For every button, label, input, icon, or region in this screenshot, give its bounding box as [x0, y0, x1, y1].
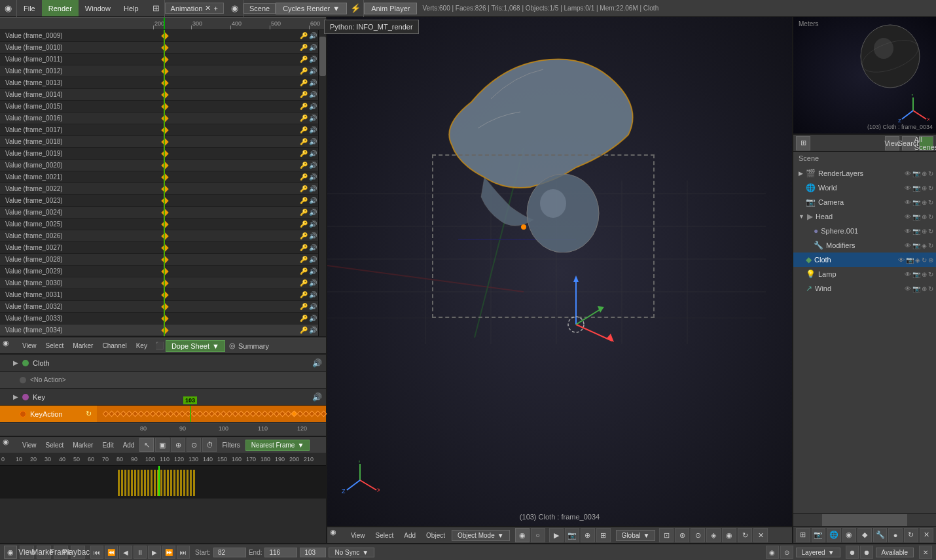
rl-vis-icon[interactable]: 👁: [905, 170, 911, 177]
vp-extra-1[interactable]: ⊡: [659, 528, 674, 542]
ds-select-btn[interactable]: Select: [42, 341, 68, 351]
vp-extra-2[interactable]: ⊛: [675, 528, 689, 542]
vp-solid-icon[interactable]: ◉: [515, 528, 530, 542]
rsib-btn-8[interactable]: ↻: [904, 528, 918, 542]
pb-start-field[interactable]: 82: [213, 548, 246, 557]
wnd-extra-icon2[interactable]: ↻: [928, 285, 933, 292]
sph-extra-icon2[interactable]: ↻: [928, 228, 933, 235]
vp-icon-btn[interactable]: ◉: [330, 528, 344, 542]
engine-icon[interactable]: ◉: [226, 0, 243, 17]
wnd-render-icon[interactable]: 📷: [912, 285, 920, 292]
tracks-scrollbar[interactable]: [318, 30, 326, 336]
pb-rewind-icon[interactable]: ⏮: [90, 546, 103, 559]
ds-channel-btn[interactable]: Channel: [98, 341, 130, 351]
right-scroll-bar[interactable]: [793, 513, 936, 526]
tree-item-sphere001[interactable]: ▶ ● Sphere.001 👁 📷 ⊕ ↻: [793, 224, 936, 238]
pb-playback-btn[interactable]: Playback: [71, 546, 85, 559]
cam-vis-icon[interactable]: 👁: [905, 199, 911, 206]
rsib-btn-9[interactable]: ✕: [920, 528, 934, 542]
pb-sync-dropdown[interactable]: No Sync▼: [329, 548, 374, 557]
mod-extra-icon2[interactable]: ↻: [928, 242, 933, 249]
pb-end-field[interactable]: 116: [264, 548, 297, 557]
cycles-icon[interactable]: ⚡: [347, 0, 364, 17]
tree-item-cloth[interactable]: ▶ ◆ Cloth 👁 📷 ◈ ↻ ⊛: [793, 253, 936, 267]
cam-extra-icon2[interactable]: ↻: [928, 199, 933, 206]
layout-icon[interactable]: ⊞: [148, 0, 165, 17]
cl-extra-icon3[interactable]: ⊛: [928, 256, 933, 264]
menu-window[interactable]: Window: [79, 0, 117, 16]
pb-layered-dropdown[interactable]: Layered▼: [796, 548, 840, 557]
vp-manip-icon[interactable]: ⊕: [581, 528, 595, 542]
wnd-extra-icon[interactable]: ⊕: [922, 285, 927, 292]
prop-icon-btn-1[interactable]: ⊞: [796, 136, 810, 150]
scrub-view-btn[interactable]: View: [18, 440, 41, 450]
pb-pause-icon[interactable]: ⏸: [134, 546, 147, 559]
vp-camera-icon[interactable]: 📷: [565, 528, 579, 542]
scrub-tool-icon[interactable]: ⊕: [171, 438, 185, 452]
world-vis-icon[interactable]: 👁: [905, 184, 911, 192]
rl-render-icon[interactable]: 📷: [912, 170, 920, 177]
pb-available-dropdown[interactable]: Available: [876, 548, 914, 557]
world-render-icon[interactable]: 📷: [912, 184, 920, 192]
vp-mode-dropdown[interactable]: Object Mode▼: [452, 530, 510, 541]
vp-render-icon[interactable]: ▶: [549, 528, 564, 542]
pb-step-back-icon[interactable]: ◀: [119, 546, 132, 559]
scrub-zoom-icon[interactable]: ⊙: [187, 438, 201, 452]
vp-extra-6[interactable]: ↻: [738, 528, 752, 542]
pb-prev-icon[interactable]: ⏪: [105, 546, 118, 559]
tree-item-head[interactable]: ▼ ▶ Head 👁 📷 ⊕ ↻: [793, 209, 936, 224]
keyaction-timeline[interactable]: 103: [97, 406, 326, 422]
render-engine-btn[interactable]: Cycles Render ▼: [276, 3, 347, 14]
sph-vis-icon[interactable]: 👁: [905, 228, 911, 235]
tree-item-wind[interactable]: ▶ ↗ Wind 👁 📷 ⊕ ↻: [793, 281, 936, 296]
vp-view-btn[interactable]: View: [347, 531, 369, 540]
lmp-render-icon[interactable]: 📷: [912, 271, 920, 278]
pb-icon-btn[interactable]: ◉: [4, 546, 17, 559]
pb-next-icon[interactable]: ⏩: [162, 546, 175, 559]
lmp-extra-icon[interactable]: ⊕: [922, 271, 927, 278]
blender-icon[interactable]: ◉: [0, 0, 17, 17]
scrub-filters-btn[interactable]: Filters: [218, 440, 243, 450]
vp-object-btn[interactable]: Object: [422, 531, 449, 540]
ds-icon-btn[interactable]: ◉: [3, 339, 17, 353]
tree-item-modifiers[interactable]: ▶ 🔧 Modifiers 👁 📷 ◈ ↻: [793, 238, 936, 253]
world-extra-icon2[interactable]: ↻: [928, 184, 933, 192]
scrub-select-icon[interactable]: ▣: [155, 438, 170, 452]
vp-global-dropdown[interactable]: Global▼: [616, 530, 656, 541]
rsib-btn-1[interactable]: ⊞: [796, 528, 810, 542]
cl-extra-icon2[interactable]: ↻: [922, 256, 927, 264]
pb-extra-1[interactable]: ◉: [766, 546, 779, 559]
cam-render-icon[interactable]: 📷: [912, 199, 920, 206]
mod-vis-icon[interactable]: 👁: [905, 242, 911, 249]
anim-label[interactable]: Animation ✕ +: [165, 3, 224, 14]
all-scenes-btn[interactable]: All Scenes: [919, 136, 933, 150]
wnd-vis-icon[interactable]: 👁: [905, 285, 911, 292]
scrub-select-btn[interactable]: Select: [42, 440, 68, 450]
lmp-vis-icon[interactable]: 👁: [905, 271, 911, 278]
mod-render-icon[interactable]: 📷: [912, 242, 920, 249]
sph-render-icon[interactable]: 📷: [912, 228, 920, 235]
mod-extra-icon[interactable]: ◈: [922, 242, 927, 249]
pb-close-icon[interactable]: ✕: [919, 546, 932, 559]
rl-extra-icon2[interactable]: ↻: [928, 170, 933, 177]
rsib-btn-5[interactable]: ◆: [857, 528, 872, 542]
vp-select-btn[interactable]: Select: [372, 531, 398, 540]
anim-player-btn[interactable]: Anim Player: [364, 3, 417, 14]
ds-mode-selector[interactable]: Dope Sheet ▼: [166, 340, 225, 352]
tree-item-world[interactable]: ▶ 🌐 World 👁 📷 ⊕ ↻: [793, 181, 936, 195]
cl-vis-icon[interactable]: 👁: [898, 256, 905, 264]
rl-extra-icon[interactable]: ⊕: [922, 170, 927, 177]
head-extra-icon[interactable]: ⊕: [922, 213, 927, 220]
lmp-extra-icon2[interactable]: ↻: [928, 271, 933, 278]
vp-grid-icon[interactable]: ⊞: [596, 528, 611, 542]
tree-item-renderlayers[interactable]: ▶ 🎬 RenderLayers 👁 📷 ⊕ ↻: [793, 166, 936, 181]
vp-extra-4[interactable]: ◈: [706, 528, 721, 542]
ds-view-btn[interactable]: View: [18, 341, 41, 351]
right-scroll-thumb[interactable]: [822, 514, 908, 526]
menu-render[interactable]: Render: [42, 0, 79, 16]
vp-extra-3[interactable]: ⊙: [691, 528, 705, 542]
rsib-btn-6[interactable]: 🔧: [873, 528, 888, 542]
pb-rec-2[interactable]: ⏺: [860, 546, 873, 559]
scrub-edit-btn[interactable]: Edit: [98, 440, 117, 450]
pb-step-fwd-icon[interactable]: ▶: [148, 546, 161, 559]
